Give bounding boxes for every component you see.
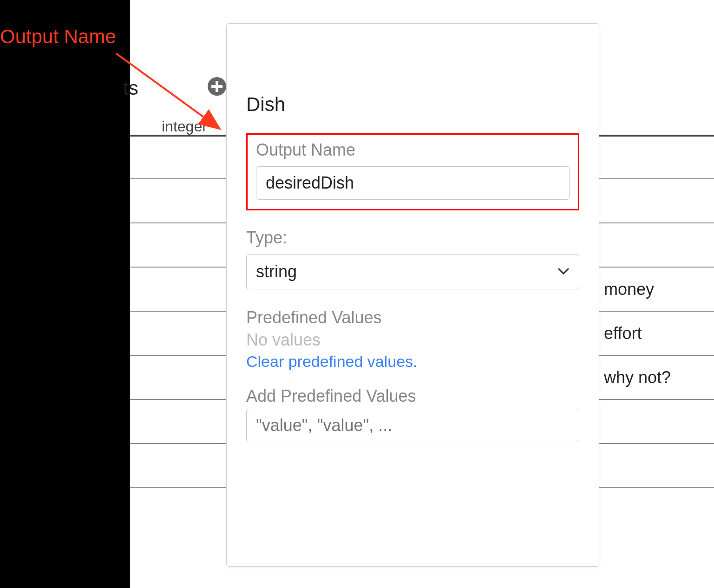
type-select[interactable]: string (246, 254, 579, 289)
bg-partial-text: ts (123, 77, 138, 99)
type-label: Type: (246, 228, 579, 248)
panel-title: Dish (246, 93, 579, 116)
black-sidebar (0, 0, 130, 588)
predefined-values-label: Predefined Values (246, 308, 579, 327)
output-config-panel: Dish Output Name Type: string Predefined… (226, 23, 599, 567)
svg-rect-4 (211, 85, 223, 88)
annotation-output-name-label: Output Name (0, 26, 116, 48)
output-name-input[interactable] (256, 166, 570, 200)
no-values-text: No values (246, 330, 579, 350)
bg-integer-label: integer (162, 118, 207, 135)
output-name-highlight: Output Name (246, 133, 579, 210)
add-predefined-input[interactable] (246, 409, 579, 442)
add-predefined-label: Add Predefined Values (246, 386, 579, 406)
output-name-label: Output Name (256, 140, 570, 160)
clear-predefined-link[interactable]: Clear predefined values. (246, 353, 418, 371)
add-icon[interactable] (207, 76, 227, 97)
